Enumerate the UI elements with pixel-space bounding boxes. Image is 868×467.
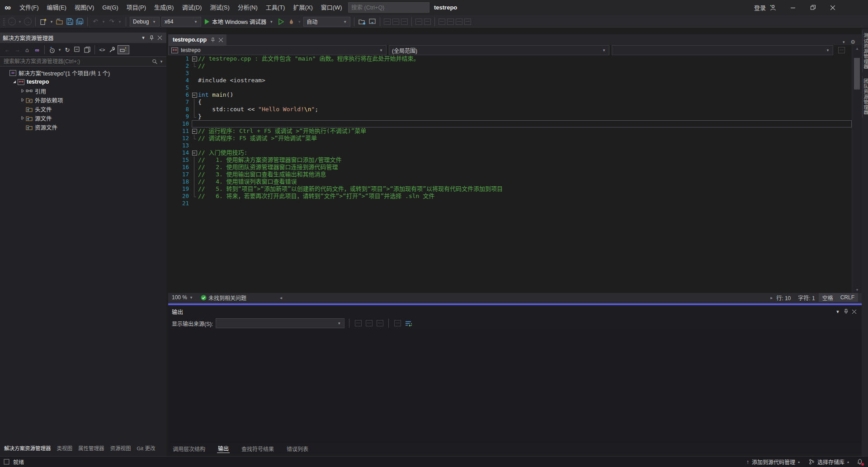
- tree-expand-icon[interactable]: [20, 115, 25, 121]
- restore-button[interactable]: [803, 0, 823, 15]
- toggle-word-wrap-icon[interactable]: [404, 319, 412, 327]
- search-options-chevron-icon[interactable]: ▾: [159, 59, 164, 64]
- new-project-icon[interactable]: [39, 17, 47, 26]
- notifications-bell-icon[interactable]: [855, 458, 864, 467]
- platform-dropdown[interactable]: x64 ▾: [161, 17, 201, 27]
- code-line-14[interactable]: 14// 入门使用技巧:: [168, 149, 852, 156]
- panel-splitter[interactable]: [168, 303, 862, 305]
- open-folder-icon[interactable]: [56, 17, 64, 26]
- next-bookmark-icon[interactable]: [456, 19, 462, 25]
- switch-views-icon[interactable]: ∞: [33, 45, 42, 54]
- hot-reload-dropdown-icon[interactable]: ▾: [297, 19, 302, 24]
- tab-options-gear-icon[interactable]: ⚙: [850, 39, 855, 45]
- attach-dropdown[interactable]: 自动 ▾: [303, 17, 350, 27]
- tree-expand-icon[interactable]: [20, 88, 25, 94]
- split-window-icon[interactable]: [838, 47, 845, 53]
- menu-item-1[interactable]: 编辑(E): [43, 0, 71, 15]
- solution-search-input[interactable]: [0, 58, 152, 65]
- scroll-up-icon[interactable]: ▴: [852, 46, 862, 51]
- refresh-icon[interactable]: ↻: [63, 45, 72, 54]
- code-editor[interactable]: 1// testrepo.cpp : 此文件包含 "main" 函数。程序执行将…: [168, 55, 852, 207]
- zoom-dropdown[interactable]: 100 % ▾: [168, 293, 197, 302]
- solution-explorer-search[interactable]: ▾: [0, 57, 166, 66]
- horizontal-scrollbar[interactable]: [282, 293, 770, 302]
- code-line-21[interactable]: 21: [168, 200, 852, 207]
- home-icon[interactable]: ⌂: [23, 45, 32, 54]
- menu-item-2[interactable]: 视图(V): [71, 0, 98, 15]
- member-dropdown[interactable]: ▾: [612, 45, 833, 55]
- minimize-button[interactable]: [783, 0, 803, 15]
- bottom-tab-1[interactable]: 输出: [217, 444, 230, 453]
- code-line-17[interactable]: 17// 3. 使用输出窗口查看生成输出和其他消息: [168, 171, 852, 178]
- menu-item-8[interactable]: 分析(N): [234, 0, 262, 15]
- new-project-dropdown-icon[interactable]: ▾: [49, 19, 54, 24]
- properties-wrench-icon[interactable]: [108, 45, 117, 54]
- tree-item-2[interactable]: 引用: [0, 86, 166, 95]
- fold-collapse-icon[interactable]: [192, 91, 198, 99]
- undo-icon[interactable]: ↶: [91, 17, 99, 26]
- collapse-all-icon[interactable]: [73, 45, 82, 54]
- save-all-icon[interactable]: [75, 17, 84, 26]
- tree-item-1[interactable]: ++testrepo: [0, 77, 166, 86]
- menu-item-7[interactable]: 测试(S): [206, 0, 233, 15]
- code-line-7[interactable]: 7{: [168, 99, 852, 106]
- view-code-icon[interactable]: <>: [98, 45, 107, 54]
- code-line-15[interactable]: 15// 1. 使用解决方案资源管理器窗口添加/管理文件: [168, 156, 852, 164]
- previous-message-icon[interactable]: [365, 319, 373, 327]
- code-line-19[interactable]: 19// 5. 转到“项目”>“添加新项”以创建新的代码文件，或转到“项目”>“…: [168, 185, 852, 193]
- bottom-tab-0[interactable]: 调用层次结构: [172, 444, 206, 453]
- sync-with-active-document-icon[interactable]: [358, 17, 366, 26]
- menu-item-10[interactable]: 扩展(X): [289, 0, 316, 15]
- active-documents-chevron-icon[interactable]: ▾: [841, 40, 846, 44]
- clear-all-icon[interactable]: [393, 319, 401, 327]
- tree-item-4[interactable]: 头文件: [0, 104, 166, 113]
- menu-item-11[interactable]: 窗口(W): [317, 0, 346, 15]
- tab-close-icon[interactable]: [219, 38, 223, 42]
- dock-tab-2[interactable]: 属性管理器: [78, 444, 104, 452]
- code-line-16[interactable]: 16// 2. 使用团队资源管理器窗口连接到源代码管理: [168, 164, 852, 171]
- code-line-18[interactable]: 18// 4. 使用错误列表窗口查看错误: [168, 178, 852, 185]
- close-icon[interactable]: [156, 34, 164, 42]
- code-line-12[interactable]: 12// 调试程序: F5 或调试 >“开始调试”菜单: [168, 135, 852, 142]
- menu-item-3[interactable]: Git(G): [98, 0, 122, 15]
- output-source-dropdown[interactable]: ▾: [216, 318, 344, 328]
- close-button[interactable]: [823, 0, 843, 15]
- document-tab-testrepo-cpp[interactable]: testrepo.cpp: [168, 34, 226, 45]
- navigate-back-dropdown-icon[interactable]: ▾: [18, 19, 22, 24]
- spaces-indicator[interactable]: 空格: [819, 293, 837, 302]
- tree-item-0[interactable]: ∞解决方案“testrepo”(1 个项目/共 1 个): [0, 68, 166, 77]
- tree-item-5[interactable]: 源文件: [0, 113, 166, 123]
- code-line-6[interactable]: 6int main(): [168, 91, 852, 99]
- previous-bookmark-icon[interactable]: [447, 19, 454, 25]
- line-indicator[interactable]: 行: 10: [773, 293, 794, 302]
- menu-item-6[interactable]: 调试(D): [178, 0, 206, 15]
- dock-tab-0[interactable]: 解决方案资源管理器: [4, 444, 51, 452]
- solution-explorer-title-bar[interactable]: 解决方案资源管理器 ▾: [0, 33, 166, 43]
- show-diagnostics-icon[interactable]: [384, 19, 391, 25]
- search-input[interactable]: [349, 5, 427, 11]
- show-layout-adorners-icon[interactable]: [401, 19, 408, 25]
- code-line-20[interactable]: 20// 6. 将来，若要再次打开此项目，请转到“文件”>“打开”>“项目”并选…: [168, 193, 852, 200]
- bottom-tab-2[interactable]: 查找符号结果: [241, 444, 275, 453]
- fold-collapse-icon[interactable]: [192, 55, 198, 62]
- scroll-down-icon[interactable]: ▾: [852, 288, 862, 292]
- undo-dropdown-icon[interactable]: ▾: [101, 19, 106, 24]
- char-indicator[interactable]: 字符: 1: [794, 293, 818, 302]
- tree-expand-icon[interactable]: [20, 97, 25, 103]
- add-to-source-control-button[interactable]: ↑ 添加到源代码管理 ▴: [744, 457, 802, 467]
- scrollbar-thumb[interactable]: [854, 58, 860, 90]
- preview-selected-items-icon[interactable]: [118, 45, 129, 54]
- code-line-1[interactable]: 1// testrepo.cpp : 此文件包含 "main" 函数。程序执行将…: [168, 55, 852, 62]
- next-message-icon[interactable]: [376, 319, 384, 327]
- vertical-scrollbar[interactable]: ▴ ▾: [852, 45, 862, 293]
- forward-icon[interactable]: →: [13, 45, 22, 54]
- start-without-debugging-icon[interactable]: [277, 17, 285, 26]
- decrease-indent-icon[interactable]: [415, 19, 422, 25]
- clear-bookmarks-icon[interactable]: [464, 19, 471, 25]
- panel-menu-chevron-icon[interactable]: ▾: [834, 307, 842, 316]
- code-line-5[interactable]: 5: [168, 84, 852, 91]
- document-health-indicator[interactable]: 未找到相关问题: [197, 293, 250, 302]
- tab-pin-icon[interactable]: [210, 38, 215, 42]
- increase-indent-icon[interactable]: [424, 19, 431, 25]
- pending-changes-filter-icon[interactable]: [47, 45, 57, 54]
